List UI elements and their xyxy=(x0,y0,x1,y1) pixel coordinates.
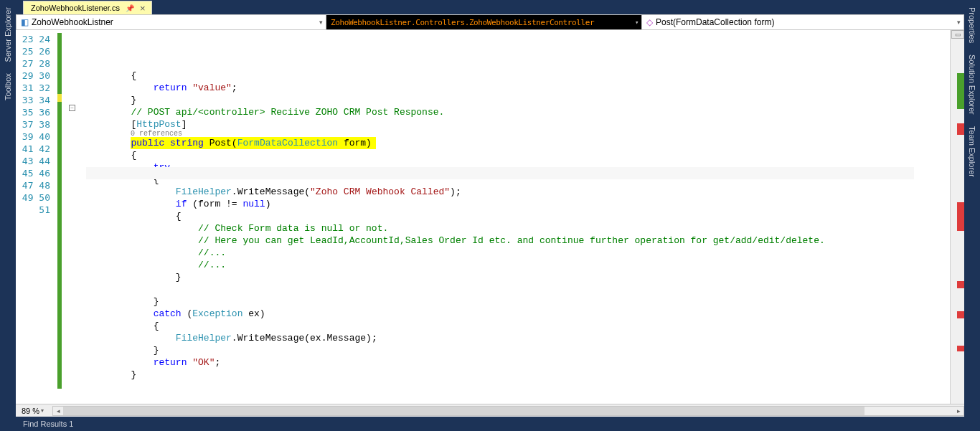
line-number-gutter: 23 24 25 26 27 28 29 30 31 32 33 34 35 3… xyxy=(16,30,57,404)
class-icon: ◧ xyxy=(21,17,29,27)
outlining-margin: − xyxy=(62,30,86,404)
split-handle[interactable]: ▭ xyxy=(951,30,964,39)
tab-zohowebhooklistener[interactable]: ZohoWebhookListener.cs 📌 × xyxy=(23,1,152,14)
overview-ruler[interactable]: ▭ xyxy=(950,30,964,404)
zoom-level[interactable]: 89 % ▾ xyxy=(22,407,44,415)
class-name: ZohoWebhookListner xyxy=(32,17,113,27)
method-name: Post(FormDataCollection form) xyxy=(656,17,774,27)
horizontal-scrollbar[interactable]: ◂ ▸ xyxy=(52,406,964,416)
editor-status-bar: 89 % ▾ ◂ ▸ xyxy=(16,404,964,417)
find-results-tab[interactable]: Find Results 1 xyxy=(23,420,73,428)
code-editor[interactable]: 23 24 25 26 27 28 29 30 31 32 33 34 35 3… xyxy=(16,30,964,417)
collapse-glyph[interactable]: − xyxy=(69,105,75,111)
scroll-left-arrow[interactable]: ◂ xyxy=(53,407,63,415)
scroll-thumb[interactable] xyxy=(63,407,864,415)
rail-item-toolbox[interactable]: Toolbox xyxy=(2,70,14,103)
member-dropdown[interactable]: ◇ Post(FormDataCollection form) ▾ xyxy=(642,15,963,29)
rail-item-server-explorer[interactable]: Server Explorer xyxy=(2,4,14,65)
rail-item-properties[interactable]: Properties xyxy=(966,4,978,46)
chevron-down-icon[interactable]: ▾ xyxy=(635,19,639,26)
scroll-right-arrow[interactable]: ▸ xyxy=(953,407,963,415)
method-icon: ◇ xyxy=(646,17,653,27)
chevron-down-icon[interactable]: ▾ xyxy=(319,19,323,26)
namespace-path: ZohoWebhookListner.Controllers.ZohoWebho… xyxy=(331,18,594,27)
left-tool-rail: Server Explorer Toolbox xyxy=(0,0,16,431)
close-icon[interactable]: × xyxy=(140,4,146,13)
tab-title: ZohoWebhookListener.cs xyxy=(31,4,120,12)
chevron-down-icon[interactable]: ▾ xyxy=(41,407,44,414)
pin-icon[interactable]: 📌 xyxy=(126,4,134,12)
type-dropdown[interactable]: ZohoWebhookListner.Controllers.ZohoWebho… xyxy=(326,15,642,29)
code-surface[interactable]: { return "value"; } // POST api/<control… xyxy=(86,30,950,404)
document-tab-bar: ZohoWebhookListener.cs 📌 × xyxy=(16,0,964,14)
rail-item-team-explorer[interactable]: Team Explorer xyxy=(966,123,978,180)
right-tool-rail: Properties Solution Explorer Team Explor… xyxy=(964,0,980,431)
rail-item-solution-explorer[interactable]: Solution Explorer xyxy=(966,52,978,118)
navigation-bar: ◧ ZohoWebhookListner ▾ ZohoWebhookListne… xyxy=(16,14,964,30)
bottom-tool-bar: Find Results 1 xyxy=(16,417,964,431)
class-dropdown[interactable]: ◧ ZohoWebhookListner ▾ xyxy=(17,15,326,29)
chevron-down-icon[interactable]: ▾ xyxy=(957,19,961,26)
